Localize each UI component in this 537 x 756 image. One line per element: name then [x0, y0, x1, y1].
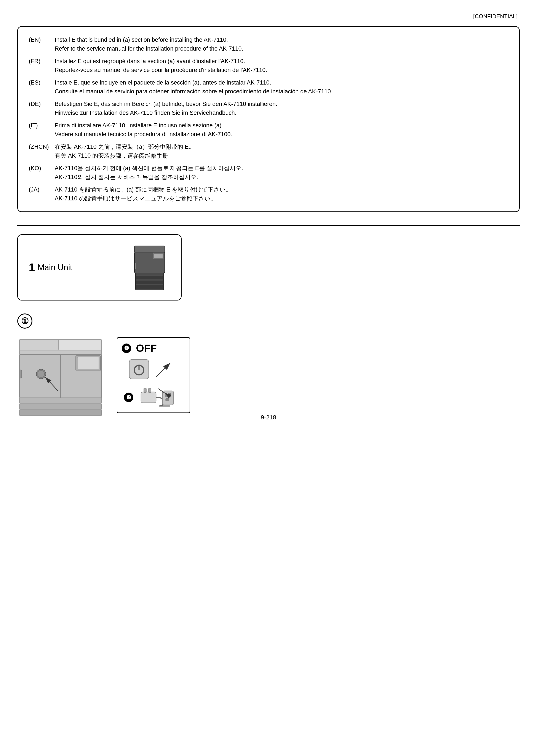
off-diagram-inner: ❶ OFF — [122, 342, 185, 408]
notice-text-zhcn: 在安装 AK-7110 之前，请安装（a）部分中附带的 E。 有关 AK-711… — [55, 143, 508, 160]
svg-rect-30 — [141, 392, 156, 403]
off-diagram-box: ❶ OFF — [117, 337, 190, 413]
notice-text-ko: AK-7110을 설치하기 전에 (a) 섹션에 번들로 제공되는 E를 설치하… — [55, 164, 508, 181]
svg-rect-7 — [154, 254, 163, 258]
section-divider — [17, 225, 520, 226]
power-button-area — [122, 358, 174, 380]
notice-lang-de: (DE) — [29, 100, 55, 117]
page-number: 9-218 — [261, 414, 276, 421]
notice-lang-ko: (KO) — [29, 164, 55, 181]
svg-rect-2 — [136, 280, 163, 284]
svg-rect-15 — [77, 357, 99, 369]
step-bullet-2: ❷ — [124, 393, 133, 402]
svg-rect-36 — [166, 399, 169, 401]
off-text: OFF — [136, 342, 157, 354]
notice-lang-fr: (FR) — [29, 57, 55, 74]
svg-rect-3 — [136, 285, 163, 289]
notice-lang-es: (ES) — [29, 78, 55, 96]
main-unit-label: Main Unit — [38, 263, 72, 272]
plug-area: ❷ — [122, 387, 175, 408]
notice-lang-zhcn: (ZHCN) — [29, 143, 55, 160]
notice-box: (EN) Install E that is bundled in (a) se… — [17, 26, 520, 212]
svg-rect-34 — [165, 393, 167, 397]
step-circle-container: ① — [17, 314, 520, 329]
notice-row-en: (EN) Install E that is bundled in (a) se… — [29, 35, 508, 53]
svg-rect-1 — [136, 275, 163, 279]
main-unit-box: 1 Main Unit — [17, 234, 182, 301]
main-unit-step-number: 1 — [29, 261, 35, 274]
step-circle-label: ① — [21, 316, 29, 326]
off-label-row: ❶ OFF — [122, 342, 157, 354]
notice-lang-en: (EN) — [29, 35, 55, 53]
notice-row-de: (DE) Befestigen Sie E, das sich im Berei… — [29, 100, 508, 117]
svg-rect-18 — [20, 404, 102, 409]
notice-lang-ja: (JA) — [29, 185, 55, 203]
notice-text-it: Prima di installare AK-7110, installare … — [55, 121, 508, 139]
notice-text-de: Befestigen Sie E, das sich im Bereich (a… — [55, 100, 508, 117]
notice-text-en: Install E that is bundled in (a) section… — [55, 35, 508, 53]
confidential-text: [CONFIDENTIAL] — [473, 13, 517, 20]
notice-lang-it: (IT) — [29, 121, 55, 139]
copier-illustration — [17, 337, 108, 421]
svg-rect-32 — [148, 388, 151, 393]
notice-row-es: (ES) Instale E, que se incluye en el paq… — [29, 78, 508, 96]
svg-rect-8 — [135, 263, 137, 270]
step-bullet-1: ❶ — [122, 344, 131, 353]
svg-point-22 — [38, 370, 45, 377]
main-unit-title: 1 Main Unit — [29, 261, 131, 274]
notice-row-zhcn: (ZHCN) 在安装 AK-7110 之前，请安装（a）部分中附带的 E。 有关… — [29, 143, 508, 160]
svg-rect-35 — [168, 393, 171, 397]
svg-rect-12 — [20, 350, 102, 355]
svg-rect-31 — [144, 388, 146, 393]
confidential-header: [CONFIDENTIAL] — [17, 13, 520, 20]
notice-text-ja: AK-7110 を設置する前に、(a) 部に同梱物 E を取り付けて下さい。 A… — [55, 185, 508, 203]
svg-rect-5 — [135, 246, 165, 253]
notice-row-fr: (FR) Installez E qui est regroupé dans l… — [29, 57, 508, 74]
notice-row-ko: (KO) AK-7110을 설치하기 전에 (a) 섹션에 번들로 제공되는 E… — [29, 164, 508, 181]
notice-row-it: (IT) Prima di installare AK-7110, instal… — [29, 121, 508, 139]
svg-rect-17 — [20, 398, 102, 403]
svg-rect-11 — [20, 339, 59, 350]
svg-line-29 — [156, 363, 170, 377]
printer-illustration — [131, 244, 170, 291]
diagram-area: ❶ OFF — [17, 337, 520, 421]
svg-rect-19 — [20, 410, 102, 415]
page-content: [CONFIDENTIAL] (EN) Install E that is bu… — [0, 0, 537, 434]
notice-row-ja: (JA) AK-7110 を設置する前に、(a) 部に同梱物 E を取り付けて下… — [29, 185, 508, 203]
notice-text-fr: Installez E qui est regroupé dans la sec… — [55, 57, 508, 74]
svg-rect-20 — [20, 370, 21, 378]
step-circle-1: ① — [17, 314, 32, 329]
notice-text-es: Instale E, que se incluye en el paquete … — [55, 78, 508, 96]
